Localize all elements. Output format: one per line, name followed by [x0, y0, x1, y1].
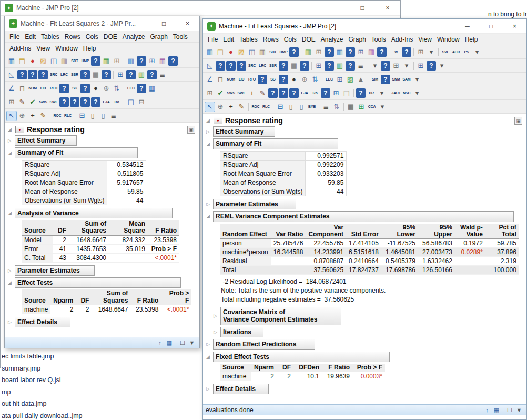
dropdown-icon[interactable]: ▾ — [378, 102, 387, 112]
addin-icon[interactable]: ? — [28, 70, 37, 79]
dock-up-icon[interactable]: ↑ — [156, 338, 164, 347]
journal-icon[interactable]: ▥ — [258, 47, 267, 57]
section-header-parameter-estimates[interactable]: Parameter Estimates — [15, 265, 95, 276]
eec-icon[interactable]: EEC — [126, 84, 136, 93]
sdt-icon[interactable]: SDT — [268, 47, 278, 57]
columns-icon[interactable]: ⊟ — [77, 111, 87, 121]
graph-icon[interactable]: ∠ — [7, 84, 16, 93]
acr-icon[interactable]: ACR — [451, 47, 461, 57]
menu-add-ins[interactable]: Add-Ins — [7, 44, 34, 53]
section-header-effect-tests[interactable]: Effect Tests — [15, 277, 181, 288]
table-icon[interactable]: ▨ — [346, 75, 355, 84]
bye-icon[interactable]: BYE — [307, 102, 317, 112]
table-icon[interactable]: ▦ — [367, 47, 376, 57]
dropdown-icon[interactable]: ▾ — [402, 61, 411, 71]
ro-icon[interactable]: Ro — [310, 88, 320, 98]
arrow-tool-icon[interactable]: ↖ — [205, 102, 215, 112]
sws-icon[interactable]: SWS — [38, 97, 48, 107]
minus-grid-icon[interactable]: ⊟ — [137, 97, 146, 107]
disclosure-closed-icon[interactable]: ▷ — [206, 202, 213, 207]
addin-icon[interactable]: ? — [38, 70, 48, 79]
addin-icon[interactable]: ? — [427, 61, 436, 71]
grid-icon[interactable]: ⊞ — [116, 70, 125, 79]
jaut-icon[interactable]: JAUT — [391, 88, 401, 98]
graph-icon[interactable]: ∠ — [205, 75, 215, 84]
grid-icon[interactable]: ⊞ — [314, 61, 323, 71]
menu-add-ins[interactable]: Add-Ins — [389, 35, 415, 44]
matrix-icon[interactable]: ▦ — [91, 70, 100, 79]
table-icon[interactable]: ▦ — [102, 56, 111, 66]
new-table-icon[interactable]: ▦ — [7, 56, 16, 66]
addin-icon[interactable]: ? — [80, 84, 90, 93]
addin-icon[interactable]: ? — [237, 61, 246, 71]
addin-icon[interactable]: ? — [226, 61, 236, 71]
addin-icon[interactable]: ? — [325, 61, 334, 71]
sam-icon[interactable]: SAM — [402, 75, 411, 84]
grid-icon[interactable]: ⊞ — [335, 75, 344, 84]
menu-view[interactable]: View — [415, 35, 434, 44]
columns-icon[interactable]: ⊟ — [276, 102, 285, 112]
maximize-button[interactable]: □ — [152, 16, 176, 31]
dropdown-icon[interactable]: ▾ — [412, 88, 422, 98]
grid-icon[interactable]: ⊞ — [112, 56, 121, 66]
open-icon[interactable]: ▤ — [216, 47, 225, 57]
menu-edit[interactable]: Edit — [220, 35, 237, 44]
sws-icon[interactable]: SWS — [226, 88, 236, 98]
pencil-tool-icon[interactable]: ✎ — [38, 111, 48, 121]
roc-icon[interactable]: ROC — [53, 111, 62, 121]
file-item-summary-jmp[interactable]: summary.jmp — [2, 363, 83, 375]
distribution-icon[interactable]: ⊓ — [17, 84, 27, 93]
sg-icon[interactable]: SG — [268, 75, 278, 84]
table-icon[interactable]: ▦ — [303, 47, 313, 57]
save-icon[interactable]: ◫ — [247, 47, 257, 57]
ps-icon[interactable]: PS — [462, 47, 471, 57]
list-icon[interactable]: ≣ — [321, 102, 331, 112]
matrix-icon[interactable]: ▦ — [289, 61, 299, 71]
dropdown-icon[interactable]: ▼ — [188, 338, 196, 347]
menu-cols[interactable]: Cols — [281, 35, 299, 44]
menu-doe[interactable]: DOE — [101, 32, 120, 42]
addin-icon[interactable]: ? — [325, 47, 334, 57]
addin-icon[interactable]: ? — [70, 97, 79, 107]
eja-icon[interactable]: EJA — [102, 97, 111, 107]
minimize-button[interactable]: ─ — [128, 16, 152, 31]
grid-icon[interactable]: ⊞ — [416, 47, 425, 57]
maximize-button[interactable]: □ — [350, 1, 375, 15]
section-header-effect-summary[interactable]: Effect Summary — [15, 135, 77, 146]
pencil-icon[interactable]: ✎ — [17, 97, 27, 107]
disclosure-open-icon[interactable]: ◢ — [206, 118, 213, 123]
section-header-summary-of-fit[interactable]: Summary of Fit — [213, 138, 338, 149]
lid-icon[interactable]: LID — [38, 84, 48, 93]
swf-icon[interactable]: SWF — [237, 88, 246, 98]
script-icon[interactable]: ● — [28, 56, 37, 66]
disclosure-open-icon[interactable]: ◢ — [8, 280, 15, 285]
section-header-iterations[interactable]: Iterations — [220, 327, 264, 337]
file-item-out-hit-data-jmp[interactable]: out hit data.jmp — [2, 398, 83, 410]
menu-tools[interactable]: Tools — [170, 32, 190, 42]
disclosure-open-icon[interactable]: ◢ — [8, 151, 15, 156]
addin-icon[interactable]: ? — [279, 88, 288, 98]
table-icon[interactable]: ▦ — [147, 84, 157, 93]
menu-edit[interactable]: Edit — [22, 32, 38, 42]
ssr-icon[interactable]: SSR — [268, 61, 278, 71]
list-icon[interactable]: ≣ — [356, 61, 366, 71]
folder-icon[interactable]: ▨ — [237, 47, 246, 57]
title-bar[interactable]: ✦ Machine - Fit Least Squares - JMP Pro … — [203, 19, 526, 34]
addin-icon[interactable]: ? — [346, 61, 355, 71]
addin-icon[interactable]: ? — [80, 70, 90, 79]
column-icon[interactable]: ▯ — [88, 111, 97, 121]
addin-icon[interactable]: ? — [381, 75, 390, 84]
grid-icon[interactable]: ⊞ — [7, 97, 16, 107]
addin-icon[interactable]: ? — [258, 75, 267, 84]
column-icon[interactable]: ▯ — [297, 102, 306, 112]
red-triangle-menu-button[interactable]: ▼ — [15, 126, 24, 133]
menu-file[interactable]: File — [7, 32, 22, 42]
disclosure-open-icon[interactable]: ◢ — [206, 354, 213, 359]
dropdown-icon[interactable]: ▾ — [370, 61, 380, 71]
sort-icon[interactable]: ⇅ — [332, 102, 341, 112]
sort-icon[interactable]: ⇅ — [112, 84, 121, 93]
dropdown-icon[interactable]: ▾ — [412, 75, 422, 84]
target-icon[interactable]: ⊕ — [300, 75, 309, 84]
addin-icon[interactable]: ? — [137, 56, 146, 66]
hmp-icon[interactable]: HMP — [279, 47, 288, 57]
